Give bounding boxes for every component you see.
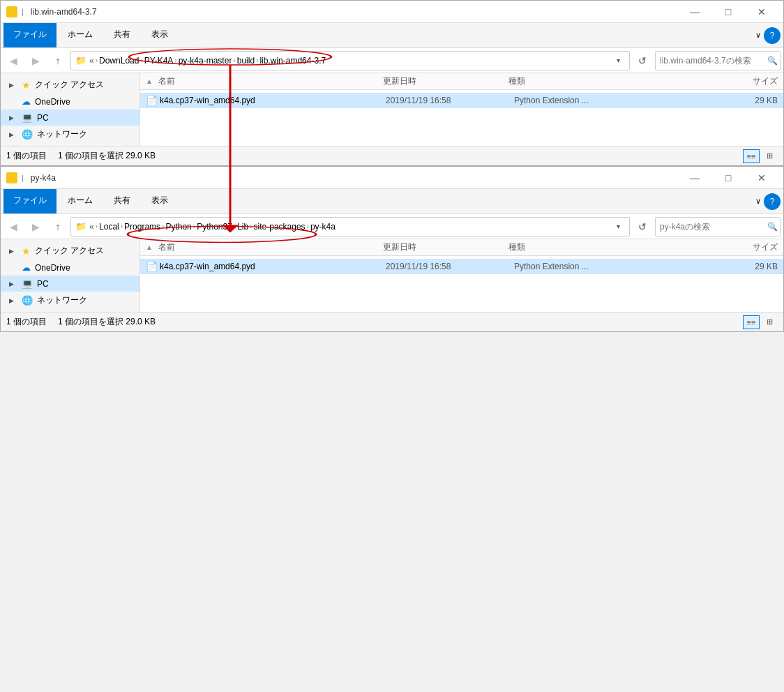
- expander-network-top: ▶: [9, 131, 17, 138]
- forward-button-top[interactable]: ▶: [26, 51, 45, 70]
- sidebar-item-pc-bottom[interactable]: ▶ 💻 PC: [1, 276, 140, 292]
- sidebar-item-onedrive-bottom[interactable]: ☁ OneDrive: [1, 260, 140, 276]
- file-size-top-0: 29 KB: [642, 96, 778, 105]
- sidebar-item-quickaccess-top[interactable]: ▶ ★ クイック アクセス: [1, 76, 140, 93]
- title-bar-top: | lib.win-amd64-3.7 — □ ✕: [1, 1, 783, 23]
- up-button-top[interactable]: ↑: [48, 51, 68, 70]
- breadcrumb-sep-b6: ›: [250, 223, 252, 230]
- pc-icon-bottom: 💻: [22, 278, 33, 289]
- ribbon-tab-file-bottom[interactable]: ファイル: [3, 189, 56, 213]
- breadcrumb-part-1[interactable]: «: [89, 56, 94, 66]
- back-button-top[interactable]: ◀: [3, 51, 23, 70]
- status-bar-bottom: 1 個の項目 1 個の項目を選択 29.0 KB ≡≡ ⊞: [1, 312, 783, 331]
- status-count-bottom: 1 個の項目: [6, 316, 47, 328]
- breadcrumb-pyk4a[interactable]: PY-K4A: [144, 56, 174, 66]
- breadcrumb-sep-4: ›: [233, 57, 235, 64]
- address-dropdown-top[interactable]: ▾: [611, 52, 625, 70]
- search-input-bottom[interactable]: [660, 222, 764, 232]
- sidebar-label-onedrive-top: OneDrive: [35, 97, 70, 107]
- breadcrumb-lib[interactable]: Lib: [237, 222, 248, 232]
- breadcrumb-python[interactable]: Python: [165, 222, 191, 232]
- col-date-bottom: 更新日時: [383, 241, 508, 253]
- address-bar-bottom[interactable]: 📁 « › Local › Programs › Python › Python…: [70, 217, 630, 236]
- breadcrumb-sep-b4: ›: [193, 223, 195, 230]
- breadcrumb-top: « › DownLoad › PY-K4A › py-k4a-master › …: [89, 56, 608, 66]
- column-header-top: ▲ 名前 更新日時 種類 サイズ: [140, 73, 783, 90]
- expander-quickaccess-bottom: ▶: [9, 248, 17, 255]
- breadcrumb-build[interactable]: build: [237, 56, 255, 66]
- file-row-bottom-0[interactable]: 📄 k4a.cp37-win_amd64.pyd 2019/11/19 16:5…: [140, 259, 783, 274]
- close-button-bottom[interactable]: ✕: [746, 167, 778, 189]
- breadcrumb-lib[interactable]: lib.win-amd64-3.7: [259, 56, 326, 66]
- content-area-bottom: ▲ 名前 更新日時 種類 サイズ 📄 k4a.cp37-win_amd64.py…: [140, 239, 783, 312]
- sidebar-item-pc-top[interactable]: ▶ 💻 PC: [1, 110, 140, 126]
- file-type-bottom-0: Python Extension ...: [514, 262, 640, 271]
- refresh-button-bottom[interactable]: ↺: [633, 217, 652, 236]
- ribbon-expand-bottom[interactable]: ∨: [755, 197, 761, 206]
- maximize-button-bottom[interactable]: □: [712, 167, 744, 189]
- window-icon-top: [6, 6, 17, 17]
- refresh-button-top[interactable]: ↺: [633, 51, 652, 70]
- sidebar-label-network-top: ネットワーク: [37, 128, 87, 140]
- breadcrumb-pyk4a[interactable]: py-k4a: [310, 222, 336, 232]
- ribbon-tab-share-bottom[interactable]: 共有: [104, 189, 140, 213]
- ribbon-top: ファイル ホーム 共有 表示 ∨ ?: [1, 23, 783, 48]
- title-separator-bottom: |: [22, 174, 24, 182]
- window-body-top: ▶ ★ クイック アクセス ☁ OneDrive ▶ 💻 PC ▶ 🌐: [1, 73, 783, 146]
- help-button-top[interactable]: ?: [764, 27, 781, 44]
- breadcrumb-master[interactable]: py-k4a-master: [179, 56, 232, 66]
- sidebar-item-network-top[interactable]: ▶ 🌐 ネットワーク: [1, 126, 140, 143]
- breadcrumb-python37[interactable]: Python37: [197, 222, 232, 232]
- ribbon-tab-share-top[interactable]: 共有: [104, 23, 140, 47]
- search-bar-bottom[interactable]: 🔍: [655, 217, 781, 236]
- view-tiles-bottom[interactable]: ⊞: [761, 315, 778, 329]
- file-name-top-0: k4a.cp37-win_amd64.pyd: [160, 96, 383, 105]
- breadcrumb-local[interactable]: Local: [99, 222, 119, 232]
- sidebar-label-onedrive-bottom: OneDrive: [35, 263, 70, 273]
- breadcrumb-sep-b7: ›: [307, 223, 309, 230]
- maximize-button-top[interactable]: □: [712, 1, 744, 23]
- view-details-bottom[interactable]: ≡≡: [743, 315, 760, 329]
- breadcrumb-part-b1[interactable]: «: [89, 222, 94, 232]
- windows-stack: | lib.win-amd64-3.7 — □ ✕ ファイル ホーム 共有 表示…: [0, 0, 784, 332]
- search-input-top[interactable]: [660, 56, 764, 66]
- ribbon-tab-file-top[interactable]: ファイル: [3, 23, 56, 47]
- back-button-bottom[interactable]: ◀: [3, 217, 23, 236]
- view-details-top[interactable]: ≡≡: [743, 149, 760, 163]
- ribbon-tab-view-bottom[interactable]: 表示: [142, 189, 178, 213]
- address-dropdown-bottom[interactable]: ▾: [611, 218, 625, 236]
- sidebar-item-onedrive-top[interactable]: ☁ OneDrive: [1, 93, 140, 110]
- sidebar-item-network-bottom[interactable]: ▶ 🌐 ネットワーク: [1, 292, 140, 309]
- sort-arrow-top: ▲: [146, 77, 153, 85]
- ribbon-expand-top[interactable]: ∨: [755, 31, 761, 40]
- close-button-top[interactable]: ✕: [746, 1, 778, 23]
- expander-quickaccess-top: ▶: [9, 82, 17, 89]
- status-bar-top: 1 個の項目 1 個の項目を選択 29.0 KB ≡≡ ⊞: [1, 146, 783, 165]
- ribbon-bottom: ファイル ホーム 共有 表示 ∨ ?: [1, 189, 783, 214]
- breadcrumb-bottom: « › Local › Programs › Python › Python37…: [89, 222, 608, 232]
- breadcrumb-sep-1: ›: [96, 57, 98, 64]
- address-bar-top[interactable]: 📁 « › DownLoad › PY-K4A › py-k4a-master …: [70, 51, 630, 70]
- help-button-bottom[interactable]: ?: [764, 193, 781, 210]
- search-bar-top[interactable]: 🔍: [655, 51, 781, 70]
- minimize-button-top[interactable]: —: [679, 1, 711, 23]
- breadcrumb-download[interactable]: DownLoad: [99, 56, 139, 66]
- view-buttons-bottom: ≡≡ ⊞: [743, 315, 778, 329]
- title-text-bottom: py-k4a: [31, 173, 674, 183]
- ribbon-tab-home-bottom[interactable]: ホーム: [58, 189, 103, 213]
- view-tiles-top[interactable]: ⊞: [761, 149, 778, 163]
- breadcrumb-programs[interactable]: Programs: [124, 222, 160, 232]
- minimize-button-bottom[interactable]: —: [679, 167, 711, 189]
- sidebar-label-pc-top: PC: [37, 113, 49, 123]
- up-button-bottom[interactable]: ↑: [48, 217, 68, 236]
- sidebar-item-quickaccess-bottom[interactable]: ▶ ★ クイック アクセス: [1, 242, 140, 260]
- window-body-bottom: ▶ ★ クイック アクセス ☁ OneDrive ▶ 💻 PC ▶ 🌐: [1, 239, 783, 312]
- breadcrumb-sitepackages[interactable]: site-packages: [254, 222, 306, 232]
- address-folder-icon-top: 📁: [75, 55, 86, 66]
- title-text-top: lib.win-amd64-3.7: [31, 7, 674, 17]
- content-area-top: ▲ 名前 更新日時 種類 サイズ 📄 k4a.cp37-win_amd64.py…: [140, 73, 783, 146]
- ribbon-tab-home-top[interactable]: ホーム: [58, 23, 103, 47]
- forward-button-bottom[interactable]: ▶: [26, 217, 45, 236]
- file-row-top-0[interactable]: 📄 k4a.cp37-win_amd64.pyd 2019/11/19 16:5…: [140, 93, 783, 108]
- ribbon-tab-view-top[interactable]: 表示: [142, 23, 178, 47]
